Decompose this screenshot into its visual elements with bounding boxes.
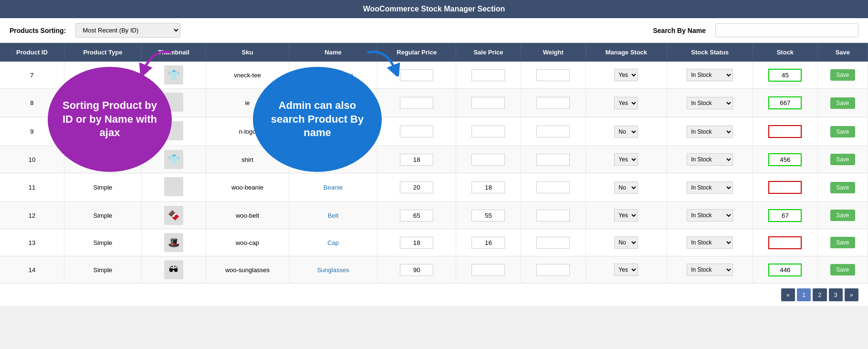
manage-stock-select[interactable]: Yes No — [614, 69, 638, 81]
cell-sale-price[interactable] — [456, 89, 521, 117]
cell-manage-stock[interactable]: Yes No — [586, 146, 667, 173]
cell-manage-stock[interactable]: Yes No — [586, 202, 667, 229]
regular-price-input[interactable] — [400, 237, 433, 249]
sale-price-input[interactable] — [471, 97, 505, 109]
sorting-select[interactable]: Most Recent (By ID)Name (A-Z)Name (Z-A) — [75, 23, 180, 38]
cell-sale-price[interactable] — [456, 229, 521, 256]
cell-regular-price[interactable] — [377, 89, 456, 117]
cell-save[interactable]: Save — [817, 117, 868, 146]
weight-input[interactable] — [536, 237, 570, 249]
regular-price-input[interactable] — [400, 154, 433, 166]
cell-save[interactable]: Save — [817, 202, 868, 229]
cell-sale-price[interactable] — [456, 62, 521, 89]
cell-regular-price[interactable] — [377, 146, 456, 173]
product-link[interactable]: Hoodie with Logo — [309, 128, 357, 135]
save-button[interactable]: Save — [830, 69, 855, 81]
cell-stock[interactable] — [753, 229, 818, 256]
cell-stock-status[interactable]: In Stock Out of Stock — [667, 62, 753, 89]
sale-price-input[interactable] — [471, 237, 505, 249]
cell-stock-status[interactable]: In Stock Out of Stock — [667, 146, 753, 173]
cell-manage-stock[interactable]: Yes No — [586, 256, 667, 284]
page-2-button[interactable]: 2 — [813, 288, 826, 301]
cell-save[interactable]: Save — [817, 89, 868, 117]
cell-regular-price[interactable] — [377, 202, 456, 229]
product-link[interactable]: V-Neck T-Shirt — [313, 72, 353, 79]
regular-price-input[interactable] — [400, 126, 433, 137]
regular-price-input[interactable] — [400, 264, 433, 276]
stock-input[interactable] — [768, 69, 802, 82]
cell-weight[interactable] — [521, 146, 586, 173]
cell-stock-status[interactable]: In Stock Out of Stock — [667, 256, 753, 284]
cell-stock-status[interactable]: In Stock Out of Stock — [667, 117, 753, 146]
weight-input[interactable] — [536, 264, 570, 276]
cell-sale-price[interactable] — [456, 202, 521, 229]
cell-manage-stock[interactable]: Yes No — [586, 229, 667, 256]
save-button[interactable]: Save — [830, 182, 855, 193]
cell-weight[interactable] — [521, 89, 586, 117]
cell-save[interactable]: Save — [817, 146, 868, 173]
sale-price-input[interactable] — [471, 210, 505, 222]
prev-page-button[interactable]: « — [781, 288, 795, 301]
save-button[interactable]: Save — [830, 237, 855, 248]
sale-price-input[interactable] — [471, 181, 505, 193]
cell-sale-price[interactable] — [456, 256, 521, 284]
cell-regular-price[interactable] — [377, 173, 456, 202]
manage-stock-select[interactable]: Yes No — [614, 209, 638, 222]
product-link[interactable]: Belt — [328, 212, 338, 219]
cell-regular-price[interactable] — [377, 256, 456, 284]
weight-input[interactable] — [536, 154, 570, 166]
product-link[interactable]: Sunglasses — [317, 266, 349, 274]
stock-input[interactable] — [768, 153, 802, 166]
product-link[interactable]: Cap — [327, 239, 339, 246]
cell-regular-price[interactable] — [377, 117, 456, 146]
stock-status-select[interactable]: In Stock Out of Stock — [687, 236, 733, 249]
manage-stock-select[interactable]: Yes No — [614, 126, 638, 138]
cell-stock-status[interactable]: In Stock Out of Stock — [667, 89, 753, 117]
cell-manage-stock[interactable]: Yes No — [586, 89, 667, 117]
cell-stock[interactable] — [753, 173, 818, 202]
manage-stock-select[interactable]: Yes No — [614, 153, 638, 166]
stock-status-select[interactable]: In Stock Out of Stock — [687, 264, 733, 276]
cell-stock[interactable] — [753, 256, 818, 284]
regular-price-input[interactable] — [400, 97, 433, 109]
cell-save[interactable]: Save — [817, 62, 868, 89]
cell-manage-stock[interactable]: Yes No — [586, 117, 667, 146]
sale-price-input[interactable] — [471, 126, 505, 137]
manage-stock-select[interactable]: Yes No — [614, 236, 638, 249]
next-page-button[interactable]: » — [845, 288, 858, 301]
stock-status-select[interactable]: In Stock Out of Stock — [687, 69, 733, 81]
product-link[interactable]: T-Shirt — [324, 156, 342, 163]
cell-regular-price[interactable] — [377, 62, 456, 89]
cell-stock-status[interactable]: In Stock Out of Stock — [667, 202, 753, 229]
stock-status-select[interactable]: In Stock Out of Stock — [687, 153, 733, 166]
save-button[interactable]: Save — [830, 97, 855, 109]
cell-stock[interactable] — [753, 89, 818, 117]
cell-save[interactable]: Save — [817, 173, 868, 202]
cell-weight[interactable] — [521, 229, 586, 256]
cell-weight[interactable] — [521, 173, 586, 202]
save-button[interactable]: Save — [830, 154, 855, 165]
manage-stock-select[interactable]: Yes No — [614, 181, 638, 194]
sale-price-input[interactable] — [471, 264, 505, 276]
cell-stock-status[interactable]: In Stock Out of Stock — [667, 173, 753, 202]
sale-price-input[interactable] — [471, 69, 505, 81]
weight-input[interactable] — [536, 97, 570, 109]
cell-manage-stock[interactable]: Yes No — [586, 173, 667, 202]
product-link[interactable]: Beanie — [324, 184, 343, 191]
product-link[interactable]: Hoodie — [323, 99, 343, 106]
search-input[interactable] — [715, 23, 858, 37]
stock-status-select[interactable]: In Stock Out of Stock — [687, 126, 733, 138]
stock-input[interactable] — [768, 236, 802, 249]
stock-input[interactable] — [768, 264, 802, 276]
cell-save[interactable]: Save — [817, 256, 868, 284]
stock-status-select[interactable]: In Stock Out of Stock — [687, 181, 733, 194]
page-3-button[interactable]: 3 — [829, 288, 843, 301]
weight-input[interactable] — [536, 126, 570, 137]
regular-price-input[interactable] — [400, 181, 433, 193]
sale-price-input[interactable] — [471, 154, 505, 166]
cell-stock[interactable] — [753, 62, 818, 89]
weight-input[interactable] — [536, 210, 570, 222]
stock-input[interactable] — [768, 96, 802, 109]
cell-weight[interactable] — [521, 62, 586, 89]
cell-stock[interactable] — [753, 202, 818, 229]
